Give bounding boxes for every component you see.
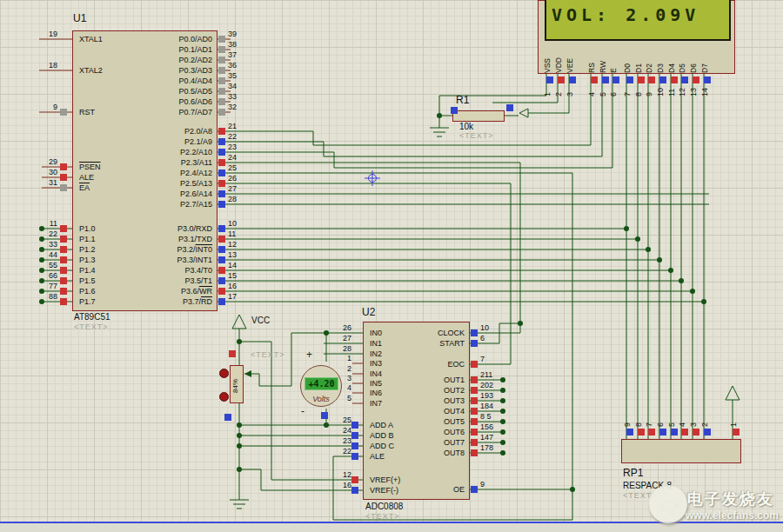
pin-state-square [218,128,225,135]
pin-state-square [218,46,225,53]
pin-state-square [681,429,688,436]
pin-state-square [218,225,225,232]
pin-number: 24 [327,426,351,435]
pin-label: P2.3/A11 [122,158,212,167]
pin-state-square [471,449,478,456]
pin-label: D6 [689,47,698,73]
pin-state-square [60,184,67,191]
pin-state-square [218,36,225,43]
pin-state-square [591,76,598,83]
pin-label: XTAL2 [79,66,103,75]
pin-state-square [351,432,358,439]
pin-number: 3 [689,411,698,427]
u1-ref[interactable]: U1 [73,12,86,24]
pin-label: P0.0/AD0 [122,35,212,43]
pin-number: 184 [480,402,506,410]
pin-label: VEE [566,47,574,73]
rp1-respack[interactable] [621,439,741,463]
pin-label: OUT5 [374,417,465,426]
pin-label: P0.1/AD1 [122,45,212,54]
u2-ref[interactable]: U2 [362,306,375,318]
voltmeter-minus-sign: - [301,405,304,417]
pin-number: 8 [634,411,643,427]
pin-number: 16 [228,282,254,290]
pin-state-square [218,88,225,95]
pin-number: 17 [228,292,254,301]
u1-part-label[interactable]: AT89C51 [74,312,110,322]
pin-label: D4 [667,47,676,73]
pin-number: 24 [228,153,254,162]
pin-number: 22 [33,229,57,238]
pin-label: P2.7/A15 [122,200,212,209]
pin-state-square [626,429,633,436]
pin-number: 16 [327,481,351,489]
pin-state-square [471,429,478,436]
u2-part-label[interactable]: ADC0808 [365,502,403,511]
pin-state-square [351,487,358,494]
elecfans-logo-icon [649,485,687,523]
pin-number: 10 [228,219,254,228]
watermark-brand: 电子发烧友 [687,489,774,509]
pin-number: 3 [327,374,351,382]
pin-number: 6 [480,334,506,342]
pin-number: 211 [480,370,506,379]
pin-label: START [374,339,465,348]
pin-state-square [648,429,655,436]
pin-label: IN2 [370,349,382,358]
pin-number: 6 [656,411,665,427]
pin-number: 37 [228,50,254,59]
pin-state-square [60,246,67,253]
r1-resistor[interactable] [452,110,505,122]
pin-number: 23 [327,436,351,445]
pin-number: 34 [228,82,254,90]
pin-state-square [671,429,678,436]
pin-state-square [60,288,67,295]
pin-state-square [704,429,711,436]
pin-number: 22 [228,132,254,141]
pin-state-square [218,180,225,187]
pin-state-square [218,267,225,274]
pin-number: 13 [228,250,254,259]
pin-state-square [218,190,225,197]
pin-state-square [351,442,358,449]
pot-adjust-dot[interactable] [219,369,229,378]
pin-label: P3.1/TXD [122,235,212,243]
pin-state-square [681,76,688,83]
pin-number: 23 [228,143,254,151]
pin-label: D0 [623,47,632,73]
pin-number: 2 [700,411,709,427]
pin-label: P1.6 [79,287,96,296]
pin-state-square [471,397,478,404]
pin-label: OUT8 [374,449,465,457]
pin-label: P2.1/A9 [122,137,212,146]
pin-label: P3.4/T0 [122,266,212,275]
pin-number: 44 [33,250,57,259]
pin-number: 4 [678,411,686,427]
voltmeter-plus-sign: + [306,349,312,361]
pin-number: 66 [33,271,57,280]
rp1-ref[interactable]: RP1 [623,467,643,479]
state-square [229,350,236,357]
pin-label: P1.2 [79,245,96,254]
pin-number: 26 [327,323,351,332]
pin-number: 7 [645,411,653,427]
pin-number: 38 [228,40,254,49]
pin-number: 29 [33,157,57,166]
pin-state-square [659,429,666,436]
pin-state-square [693,429,699,436]
pin-number: 147 [480,433,506,442]
pin-number: 156 [480,422,506,431]
pot-adjust-dot[interactable] [219,392,229,402]
pin-label: P3.2/INT0 [122,245,212,254]
pin-number: 7 [480,355,506,363]
schematic-canvas[interactable]: U1 AT89C51 <TEXT> U2 ADC0808 <TEXT> VOL:… [0,0,783,532]
pin-number: 31 [33,178,57,187]
pin-label: D2 [645,47,653,73]
pin-number: 14 [228,261,254,269]
pin-label: EOC [374,360,465,369]
state-square [224,414,231,421]
pin-label: OUT1 [374,376,465,384]
r1-value[interactable]: 10k [459,122,473,131]
pin-state-square [602,76,609,83]
r1-ref[interactable]: R1 [456,94,469,106]
